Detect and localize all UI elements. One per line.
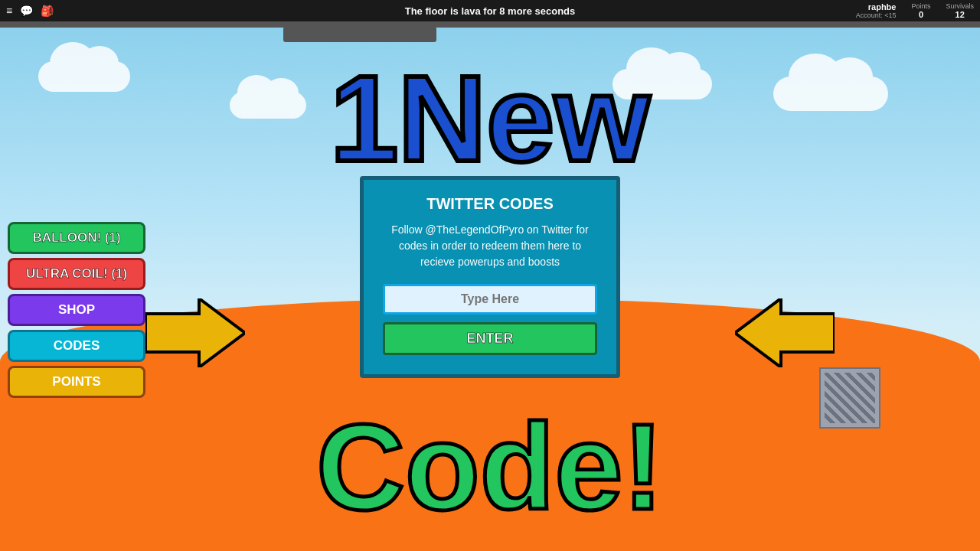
cloud-4 [612,69,712,99]
backpack-icon[interactable]: 🎒 [41,5,54,17]
survivals-stat: Survivals 12 [946,2,974,19]
top-bar: ≡ 💬 🎒 The floor is lava for 8 more secon… [0,0,980,21]
gray-platform [283,27,436,42]
svg-marker-1 [735,298,835,367]
user-info: raphbe Account: <15 [856,2,897,19]
dialog-title: TWITTER CODES [383,195,597,213]
left-arrow [145,298,245,382]
svg-marker-0 [145,298,245,367]
twitter-codes-dialog: TWITTER CODES Follow @TheLegendOfPyro on… [360,176,620,378]
codes-button[interactable]: CODES [8,330,145,362]
top-bar-right: raphbe Account: <15 Points 0 Survivals 1… [856,2,974,19]
account-info: Account: <15 [856,11,897,19]
cloud-1 [38,61,130,92]
shop-button[interactable]: SHOP [8,294,145,326]
enter-button[interactable]: ENTER [383,322,597,355]
survivals-label: Survivals [946,2,974,10]
menu-icon[interactable]: ≡ [6,5,12,17]
cloud-2 [773,77,888,111]
survivals-value: 12 [956,10,965,19]
left-buttons: BALLOON! (1) ULTRA COIL! (1) SHOP CODES … [8,222,145,398]
chat-icon[interactable]: 💬 [20,5,33,17]
ultra-coil-button[interactable]: ULTRA COIL! (1) [8,258,145,290]
points-button[interactable]: POINTS [8,366,145,398]
top-bar-separator [0,21,980,28]
notification-text: The floor is lava for 8 more seconds [405,5,576,17]
dialog-description: Follow @TheLegendOfPyro on Twitter for c… [383,222,597,270]
points-label: Points [911,2,930,10]
balloon-button[interactable]: BALLOON! (1) [8,222,145,254]
username: raphbe [868,2,897,11]
right-arrow [735,298,835,382]
code-input[interactable] [383,284,597,315]
cloud-3 [230,92,306,119]
points-stat: Points 0 [911,2,930,19]
top-bar-icons: ≡ 💬 🎒 [6,5,54,17]
points-value: 0 [919,10,923,19]
